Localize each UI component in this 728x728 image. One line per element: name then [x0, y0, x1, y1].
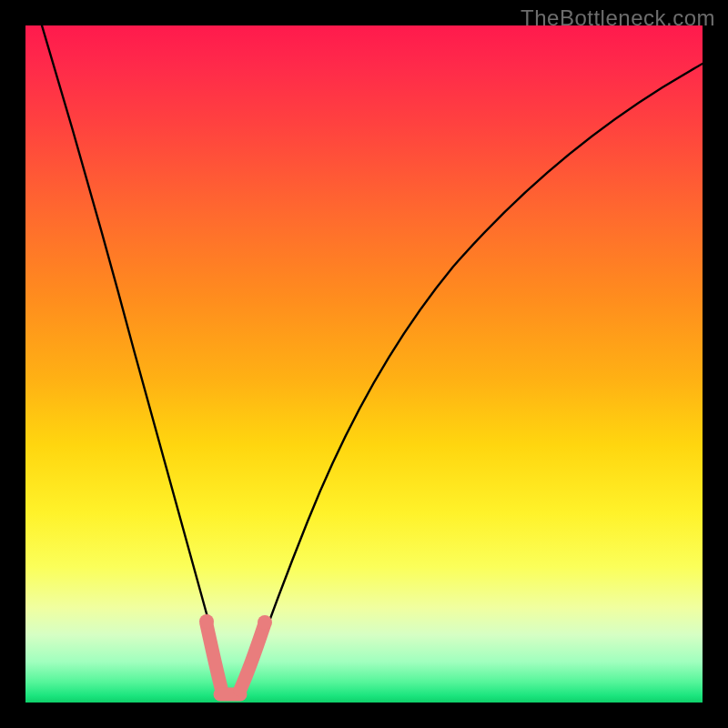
chart-container: TheBottleneck.com: [0, 0, 728, 728]
bottleneck-curve: [42, 25, 703, 699]
watermark-text: TheBottleneck.com: [521, 5, 715, 31]
optimal-zone-dots: [199, 614, 272, 630]
optimal-zone-highlight: [207, 624, 264, 694]
curve-layer: [25, 25, 703, 703]
svg-point-0: [199, 614, 214, 629]
svg-point-1: [258, 615, 272, 630]
plot-area: [25, 25, 703, 703]
